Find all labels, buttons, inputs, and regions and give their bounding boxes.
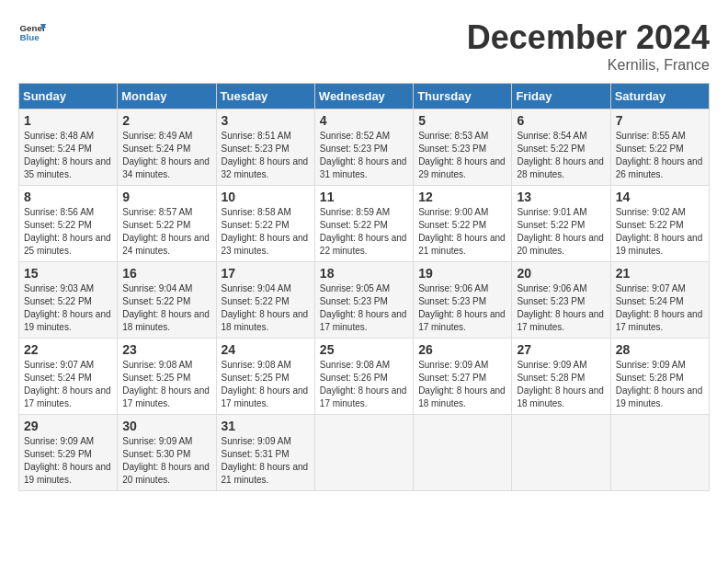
day-number: 17 (222, 266, 310, 281)
day-info: Sunrise: 8:52 AMSunset: 5:23 PMDaylight:… (320, 130, 408, 181)
logo-icon: General Blue (18, 18, 46, 46)
calendar-table: SundayMondayTuesdayWednesdayThursdayFrid… (18, 83, 710, 491)
day-number: 8 (24, 190, 112, 204)
day-number: 20 (517, 266, 605, 281)
calendar-week-row: 8Sunrise: 8:56 AMSunset: 5:22 PMDaylight… (19, 186, 710, 262)
day-number: 26 (418, 342, 506, 357)
day-info: Sunrise: 9:05 AMSunset: 5:23 PMDaylight:… (320, 282, 408, 334)
day-info: Sunrise: 8:56 AMSunset: 5:22 PMDaylight:… (24, 206, 112, 258)
calendar-week-row: 15Sunrise: 9:03 AMSunset: 5:22 PMDayligh… (19, 262, 710, 339)
calendar-day-cell: 19Sunrise: 9:06 AMSunset: 5:23 PMDayligh… (414, 262, 512, 339)
day-info: Sunrise: 9:09 AMSunset: 5:31 PMDaylight:… (222, 435, 310, 487)
day-number: 28 (616, 342, 704, 357)
empty-cell (414, 415, 512, 491)
calendar-day-cell: 2Sunrise: 8:49 AMSunset: 5:24 PMDaylight… (118, 109, 216, 186)
calendar-day-cell: 1Sunrise: 8:48 AMSunset: 5:24 PMDaylight… (19, 109, 118, 186)
day-info: Sunrise: 9:08 AMSunset: 5:25 PMDaylight:… (222, 359, 310, 410)
calendar-day-cell: 18Sunrise: 9:05 AMSunset: 5:23 PMDayligh… (314, 262, 413, 339)
day-number: 21 (616, 266, 704, 281)
day-number: 16 (122, 266, 210, 281)
empty-cell (512, 415, 610, 491)
day-info: Sunrise: 9:04 AMSunset: 5:22 PMDaylight:… (222, 282, 310, 334)
calendar-day-cell: 4Sunrise: 8:52 AMSunset: 5:23 PMDaylight… (314, 109, 413, 186)
day-info: Sunrise: 9:07 AMSunset: 5:24 PMDaylight:… (616, 282, 704, 334)
day-info: Sunrise: 8:59 AMSunset: 5:22 PMDaylight:… (320, 206, 408, 258)
calendar-day-cell: 5Sunrise: 8:53 AMSunset: 5:23 PMDaylight… (414, 109, 512, 186)
calendar-day-cell: 3Sunrise: 8:51 AMSunset: 5:23 PMDaylight… (216, 109, 314, 186)
day-info: Sunrise: 9:02 AMSunset: 5:22 PMDaylight:… (616, 206, 704, 258)
day-info: Sunrise: 8:58 AMSunset: 5:22 PMDaylight:… (222, 206, 310, 258)
calendar-day-cell: 8Sunrise: 8:56 AMSunset: 5:22 PMDaylight… (19, 186, 118, 262)
day-number: 10 (222, 190, 310, 204)
day-number: 5 (418, 113, 506, 128)
calendar-day-cell: 28Sunrise: 9:09 AMSunset: 5:28 PMDayligh… (610, 339, 709, 415)
calendar-week-row: 22Sunrise: 9:07 AMSunset: 5:24 PMDayligh… (19, 339, 710, 415)
day-number: 29 (24, 419, 112, 433)
calendar-day-cell: 13Sunrise: 9:01 AMSunset: 5:22 PMDayligh… (512, 186, 610, 262)
day-number: 6 (517, 113, 605, 128)
day-number: 12 (418, 190, 506, 204)
day-number: 22 (24, 342, 112, 357)
day-number: 23 (122, 342, 210, 357)
day-info: Sunrise: 9:09 AMSunset: 5:28 PMDaylight:… (616, 359, 704, 410)
day-number: 15 (24, 266, 112, 281)
header-day-tuesday: Tuesday (216, 84, 314, 109)
calendar-day-cell: 30Sunrise: 9:09 AMSunset: 5:30 PMDayligh… (118, 415, 216, 491)
calendar-day-cell: 11Sunrise: 8:59 AMSunset: 5:22 PMDayligh… (314, 186, 413, 262)
day-number: 2 (122, 113, 210, 128)
day-info: Sunrise: 8:54 AMSunset: 5:22 PMDaylight:… (517, 130, 605, 181)
day-info: Sunrise: 9:08 AMSunset: 5:26 PMDaylight:… (320, 359, 408, 410)
day-info: Sunrise: 9:00 AMSunset: 5:22 PMDaylight:… (418, 206, 506, 258)
month-title: December 2024 (467, 18, 710, 57)
calendar-header-row: SundayMondayTuesdayWednesdayThursdayFrid… (19, 84, 710, 109)
calendar-day-cell: 27Sunrise: 9:09 AMSunset: 5:28 PMDayligh… (512, 339, 610, 415)
calendar-day-cell: 12Sunrise: 9:00 AMSunset: 5:22 PMDayligh… (414, 186, 512, 262)
day-number: 1 (24, 113, 112, 128)
day-number: 9 (122, 190, 210, 204)
calendar-day-cell: 10Sunrise: 8:58 AMSunset: 5:22 PMDayligh… (216, 186, 314, 262)
day-number: 24 (222, 342, 310, 357)
calendar-day-cell: 15Sunrise: 9:03 AMSunset: 5:22 PMDayligh… (19, 262, 118, 339)
calendar-day-cell: 29Sunrise: 9:09 AMSunset: 5:29 PMDayligh… (19, 415, 118, 491)
day-info: Sunrise: 9:06 AMSunset: 5:23 PMDaylight:… (517, 282, 605, 334)
calendar-day-cell: 14Sunrise: 9:02 AMSunset: 5:22 PMDayligh… (610, 186, 709, 262)
logo: General Blue (18, 18, 46, 46)
day-number: 14 (616, 190, 704, 204)
day-number: 31 (222, 419, 310, 433)
day-info: Sunrise: 8:53 AMSunset: 5:23 PMDaylight:… (418, 130, 506, 181)
empty-cell (610, 415, 709, 491)
day-info: Sunrise: 8:55 AMSunset: 5:22 PMDaylight:… (616, 130, 704, 181)
calendar-day-cell: 16Sunrise: 9:04 AMSunset: 5:22 PMDayligh… (118, 262, 216, 339)
day-number: 11 (320, 190, 408, 204)
location-subtitle: Kernilis, France (467, 57, 710, 74)
header-day-thursday: Thursday (414, 84, 512, 109)
day-number: 13 (517, 190, 605, 204)
day-info: Sunrise: 9:09 AMSunset: 5:27 PMDaylight:… (418, 359, 506, 410)
day-number: 19 (418, 266, 506, 281)
page-header: General Blue December 2024 Kernilis, Fra… (18, 18, 710, 74)
day-info: Sunrise: 9:04 AMSunset: 5:22 PMDaylight:… (122, 282, 210, 334)
day-info: Sunrise: 8:48 AMSunset: 5:24 PMDaylight:… (24, 130, 112, 181)
calendar-day-cell: 7Sunrise: 8:55 AMSunset: 5:22 PMDaylight… (610, 109, 709, 186)
day-info: Sunrise: 9:07 AMSunset: 5:24 PMDaylight:… (24, 359, 112, 410)
calendar-day-cell: 17Sunrise: 9:04 AMSunset: 5:22 PMDayligh… (216, 262, 314, 339)
day-number: 7 (616, 113, 704, 128)
calendar-week-row: 29Sunrise: 9:09 AMSunset: 5:29 PMDayligh… (19, 415, 710, 491)
day-info: Sunrise: 9:09 AMSunset: 5:29 PMDaylight:… (24, 435, 112, 487)
calendar-day-cell: 24Sunrise: 9:08 AMSunset: 5:25 PMDayligh… (216, 339, 314, 415)
day-info: Sunrise: 9:08 AMSunset: 5:25 PMDaylight:… (122, 359, 210, 410)
day-number: 27 (517, 342, 605, 357)
day-info: Sunrise: 9:06 AMSunset: 5:23 PMDaylight:… (418, 282, 506, 334)
day-number: 25 (320, 342, 408, 357)
calendar-day-cell: 20Sunrise: 9:06 AMSunset: 5:23 PMDayligh… (512, 262, 610, 339)
calendar-day-cell: 25Sunrise: 9:08 AMSunset: 5:26 PMDayligh… (314, 339, 413, 415)
day-info: Sunrise: 9:01 AMSunset: 5:22 PMDaylight:… (517, 206, 605, 258)
empty-cell (314, 415, 413, 491)
day-info: Sunrise: 9:09 AMSunset: 5:30 PMDaylight:… (122, 435, 210, 487)
calendar-day-cell: 21Sunrise: 9:07 AMSunset: 5:24 PMDayligh… (610, 262, 709, 339)
day-info: Sunrise: 8:49 AMSunset: 5:24 PMDaylight:… (122, 130, 210, 181)
calendar-week-row: 1Sunrise: 8:48 AMSunset: 5:24 PMDaylight… (19, 109, 710, 186)
calendar-day-cell: 31Sunrise: 9:09 AMSunset: 5:31 PMDayligh… (216, 415, 314, 491)
day-info: Sunrise: 9:03 AMSunset: 5:22 PMDaylight:… (24, 282, 112, 334)
day-number: 3 (222, 113, 310, 128)
